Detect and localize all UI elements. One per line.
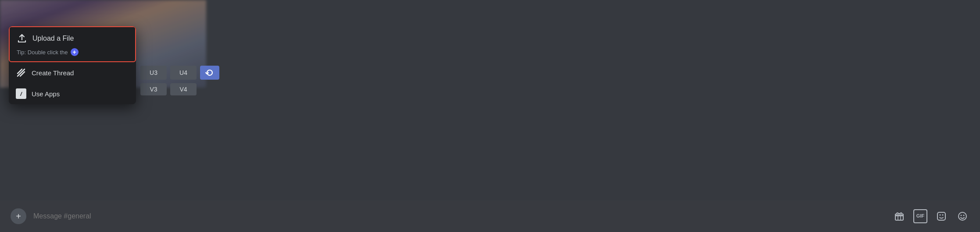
use-apps-label: Use Apps (32, 90, 60, 98)
svg-point-9 (959, 212, 966, 220)
svg-point-8 (942, 214, 944, 216)
message-input[interactable] (33, 212, 885, 220)
btn-row-2: V3 V4 (140, 83, 219, 95)
create-thread-label: Create Thread (32, 69, 74, 77)
upload-label: Upload a File (32, 35, 74, 42)
tip-row: Tip: Double click the + (10, 47, 135, 61)
chat-plus-button[interactable]: + (11, 208, 26, 224)
upload-section: Upload a File Tip: Double click the + (9, 26, 136, 62)
use-apps-icon: / (16, 88, 26, 99)
gif-icon[interactable]: GIF (913, 209, 927, 223)
create-thread-item[interactable]: Create Thread (9, 62, 136, 83)
u4-button[interactable]: U4 (170, 66, 197, 80)
v4-button[interactable]: V4 (170, 83, 197, 95)
u3-button[interactable]: U3 (140, 66, 167, 80)
chat-bar: + GIF (0, 200, 980, 232)
upload-file-item[interactable]: Upload a File (10, 27, 135, 47)
upload-icon (17, 33, 27, 44)
popup-menu: Upload a File Tip: Double click the + Cr… (9, 26, 136, 104)
use-apps-item[interactable]: / Use Apps (9, 83, 136, 104)
buttons-area: U3 U4 V3 V4 (140, 66, 219, 95)
svg-rect-6 (937, 212, 945, 220)
tip-plus-icon: + (71, 48, 79, 56)
svg-point-10 (961, 215, 962, 216)
refresh-button[interactable] (200, 66, 219, 80)
chat-icons: GIF (892, 209, 969, 223)
btn-row-1: U3 U4 (140, 66, 219, 80)
svg-point-7 (940, 214, 941, 216)
tip-text: Tip: Double click the (17, 49, 68, 56)
sticker-icon[interactable] (934, 209, 948, 223)
gift-icon[interactable] (892, 209, 906, 223)
emoji-icon[interactable] (955, 209, 969, 223)
thread-icon (16, 67, 26, 78)
svg-point-11 (963, 215, 965, 216)
v3-button[interactable]: V3 (140, 83, 167, 95)
